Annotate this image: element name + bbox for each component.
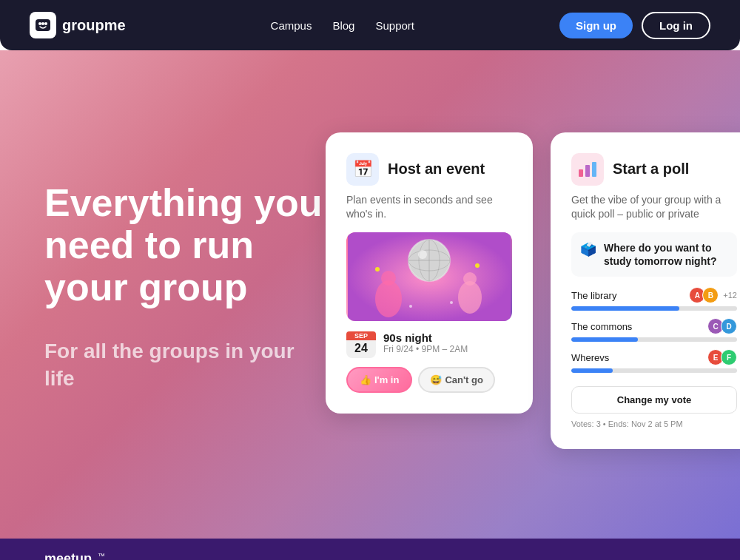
event-actions: 👍 I'm in 😅 Can't go: [346, 367, 512, 393]
signup-button[interactable]: Sign up: [559, 13, 633, 38]
hero-title: Everything you need to run your group: [44, 182, 326, 309]
event-date-month: SEP: [346, 331, 376, 340]
event-date-day: 24: [352, 342, 370, 355]
change-vote-button[interactable]: Change my vote: [571, 386, 737, 414]
poll-card-desc: Get the vibe of your group with a quick …: [571, 193, 737, 222]
poll-option-library: The library A B +12: [571, 287, 737, 311]
footer-brand: meetup ™: [44, 551, 105, 560]
navbar-actions: Sign up Log in: [559, 12, 710, 39]
svg-point-11: [418, 250, 427, 259]
im-in-emoji: 👍: [360, 374, 371, 385]
poll-option-row-wherevs: Wherevs E F: [571, 349, 737, 365]
hero-text: Everything you need to run your group Fo…: [44, 182, 326, 392]
poll-question-text: Where do you want to study tomorrow nigh…: [604, 241, 728, 268]
hero-subtitle: For all the groups in your life: [44, 338, 326, 392]
poll-question: 🗳️ Where do you want to study tomorrow n…: [571, 232, 737, 277]
event-card-title: Host an event: [388, 161, 485, 178]
event-date-badge: SEP 24: [346, 331, 376, 358]
poll-avatars-library: A B +12: [689, 287, 737, 303]
poll-question-icon: 🗳️: [580, 241, 596, 257]
svg-point-13: [381, 271, 396, 286]
im-in-label: I'm in: [374, 374, 399, 385]
poll-option-wherevs: Wherevs E F: [571, 349, 737, 373]
event-card-header: 📅 Host an event: [346, 153, 512, 186]
event-image: [346, 232, 512, 321]
event-name: 90s night: [383, 331, 468, 344]
event-card: 📅 Host an event Plan events in seconds a…: [326, 132, 533, 414]
poll-card: Start a poll Get the vibe of your group …: [551, 132, 740, 450]
cant-go-label: Can't go: [445, 374, 482, 385]
svg-point-2: [41, 22, 44, 25]
poll-option-label-wherevs: Wherevs: [571, 352, 609, 363]
event-details: 90s night Fri 9/24 • 9PM – 2AM: [383, 331, 468, 354]
poll-bar-fill-wherevs: [571, 368, 613, 373]
svg-point-19: [450, 301, 453, 304]
poll-icon: [571, 153, 604, 186]
avatar-6: F: [721, 349, 737, 365]
svg-rect-21: [585, 165, 590, 177]
footer-bar: meetup ™: [0, 539, 740, 560]
cant-go-button[interactable]: 😅 Can't go: [418, 367, 494, 393]
logo: groupme: [30, 12, 126, 38]
svg-point-3: [44, 22, 47, 25]
poll-card-header: Start a poll: [571, 153, 737, 186]
cant-go-emoji: 😅: [430, 374, 442, 385]
poll-option-label-library: The library: [571, 290, 616, 301]
hero-section: Everything you need to run your group Fo…: [0, 50, 740, 539]
poll-bar-fill-commons: [571, 337, 638, 342]
poll-bar-track-library: [571, 306, 737, 311]
svg-rect-22: [592, 162, 596, 177]
poll-bar-track-commons: [571, 337, 737, 342]
navbar: groupme Campus Blog Support Sign up Log …: [0, 0, 740, 50]
avatar-4: D: [721, 318, 737, 334]
poll-option-row-commons: The commons C D: [571, 318, 737, 334]
poll-option-row-library: The library A B +12: [571, 287, 737, 303]
nav-support[interactable]: Support: [375, 19, 414, 32]
svg-point-12: [375, 280, 402, 317]
login-button[interactable]: Log in: [642, 12, 710, 39]
svg-point-16: [375, 267, 380, 271]
event-card-desc: Plan events in seconds and see who's in.: [346, 193, 512, 222]
avatar-2: B: [702, 287, 719, 303]
event-icon: 📅: [346, 153, 379, 186]
footer-logo: meetup: [44, 551, 92, 560]
vote-count-library: +12: [723, 291, 737, 300]
poll-avatars-wherevs: E F: [707, 349, 737, 365]
im-in-button[interactable]: 👍 I'm in: [346, 367, 412, 393]
svg-point-1: [38, 22, 41, 25]
poll-bar-track-wherevs: [571, 368, 737, 373]
poll-meta: Votes: 3 • Ends: Nov 2 at 5 PM: [571, 419, 737, 428]
nav-campus[interactable]: Campus: [271, 19, 312, 32]
svg-point-14: [458, 281, 482, 314]
poll-bar-fill-library: [571, 306, 679, 311]
svg-point-18: [409, 305, 412, 308]
event-time: Fri 9/24 • 9PM – 2AM: [383, 344, 468, 354]
trademark: ™: [98, 552, 105, 560]
svg-point-15: [463, 272, 477, 286]
nav-blog[interactable]: Blog: [332, 19, 354, 32]
logo-text: groupme: [62, 17, 126, 34]
event-info: SEP 24 90s night Fri 9/24 • 9PM – 2AM: [346, 331, 512, 358]
svg-point-17: [475, 263, 480, 268]
svg-rect-20: [579, 169, 583, 177]
navbar-links: Campus Blog Support: [271, 19, 414, 32]
poll-card-title: Start a poll: [613, 161, 689, 178]
poll-avatars-commons: C D: [707, 318, 737, 334]
logo-icon: [30, 12, 56, 38]
poll-option-label-commons: The commons: [571, 321, 632, 332]
poll-option-commons: The commons C D: [571, 318, 737, 342]
cards-container: 📅 Host an event Plan events in seconds a…: [326, 125, 740, 450]
